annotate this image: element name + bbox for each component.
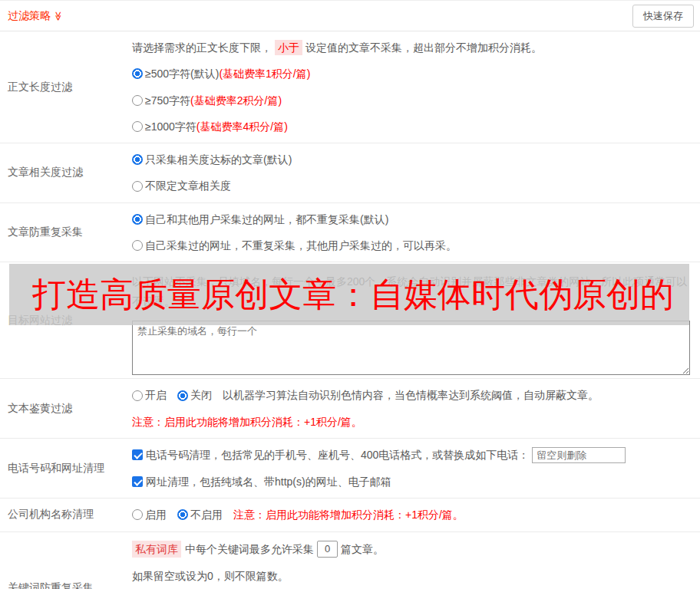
porn-filter-description: 以机器学习算法自动识别色情内容，当色情概率达到系统阈值，自动屏蔽文章。 [223,387,599,403]
desc-highlight: 小于 [275,40,302,55]
quick-save-button[interactable]: 快速保存 [632,5,694,28]
option-label: 开启 [145,387,167,403]
option-label: ≥500字符(默认) [145,66,219,81]
target-site-description: 以下网站不采集，只填域名，每行一个，最多200个。系统会自动识别并屏蔽那些非文章… [132,271,692,312]
length-filter-description: 请选择需求的正文长度下限， 小于 设定值的文章不采集，超出部分不增加积分消耗。 [132,40,692,55]
option-label: ≥1000字符 [145,119,196,134]
radio-unchecked-icon[interactable] [132,390,143,401]
relevance-option-strict[interactable]: 只采集相关度达标的文章(默认) [132,152,692,167]
desc-after: 设定值的文章不采集，超出部分不增加积分消耗。 [305,40,542,55]
company-clean-option-off[interactable]: 不启用 [177,507,223,522]
dedup-option-global[interactable]: 自己和其他用户采集过的网址，都不重复采集(默认) [132,212,692,227]
dedup-option-self[interactable]: 自己采集过的网址，不重复采集，其他用户采集过的，可以再采。 [132,238,692,253]
relevance-option-any[interactable]: 不限定文章相关度 [132,178,692,193]
row-dedup-collect: 文章防重复采集 自己和其他用户采集过的网址，都不重复采集(默认) 自己采集过的网… [0,203,700,263]
length-option-1000[interactable]: ≥1000字符 (基础费率4积分/篇) [132,119,692,134]
radio-unchecked-icon[interactable] [132,509,143,520]
option-label: 不启用 [190,507,223,522]
company-clean-cost-note: 注意：启用此功能将增加积分消耗：+1积分/篇。 [233,507,464,522]
radio-checked-icon[interactable] [132,68,143,79]
option-cost-note: (基础费率4积分/篇) [196,119,288,134]
option-label: 网址清理，包括纯域名、带http(s)的网址、电子邮箱 [146,474,391,489]
row-relevance-filter: 文章相关度过滤 只采集相关度达标的文章(默认) 不限定文章相关度 [0,143,700,203]
radio-unchecked-icon[interactable] [132,121,143,132]
radio-unchecked-icon[interactable] [132,95,143,106]
row-porn-filter: 文本鉴黄过滤 开启 关闭 以机器学习算法自动识别色情内容，当色情概率达到系统阈值… [0,379,700,439]
row-label-porn-filter: 文本鉴黄过滤 [0,379,132,438]
company-clean-option-on[interactable]: 启用 [132,507,167,522]
option-label: 电话号码清理，包括常见的手机号、座机号、400电话格式，或替换成如下电话： [146,447,529,462]
row-keyword-dedup: 关键词防重复采集 私有词库 中每个关键词最多允许采集 篇文章。 如果留空或设为0… [0,532,700,589]
length-option-500[interactable]: ≥500字符(默认) (基础费率1积分/篇) [132,66,692,81]
option-label: ≥750字符 [145,93,190,108]
radio-checked-icon[interactable] [177,509,188,520]
keyword-note-zero: 如果留空或设为0，则不限篇数。 [132,568,692,584]
keyword-limit-suffix: 篇文章。 [341,541,384,557]
row-length-filter: 正文长度过滤 请选择需求的正文长度下限， 小于 设定值的文章不采集，超出部分不增… [0,31,700,143]
row-target-site-filter: 目标网站过滤 以下网站不采集，只填域名，每行一个，最多200个。系统会自动识别并… [0,262,700,379]
option-label: 只采集相关度达标的文章(默认) [145,152,292,167]
desc-before: 请选择需求的正文长度下限， [132,40,272,55]
row-company-clean: 公司机构名称清理 启用 不启用 注意：启用此功能将增加积分消耗：+1积分/篇。 [0,499,700,531]
replacement-phone-input[interactable] [532,447,626,463]
checkbox-checked-icon[interactable] [132,476,143,487]
row-label-length-filter: 正文长度过滤 [0,31,132,143]
option-cost-note: (基础费率1积分/篇) [219,66,310,81]
private-lexicon-tag: 私有词库 [132,541,181,558]
radio-checked-icon[interactable] [132,154,143,165]
option-label: 启用 [145,507,167,522]
page-title[interactable]: 过滤策略 ≫ [8,9,64,23]
page-title-text: 过滤策略 [8,9,51,23]
phone-clean-option[interactable]: 电话号码清理，包括常见的手机号、座机号、400电话格式，或替换成如下电话： [132,447,692,463]
porn-filter-option-off[interactable]: 关闭 [177,387,212,403]
porn-filter-cost-note: 注意：启用此功能将增加积分消耗：+1积分/篇。 [132,414,692,429]
radio-checked-icon[interactable] [132,214,143,225]
porn-filter-option-on[interactable]: 开启 [132,387,167,403]
radio-checked-icon[interactable] [177,390,188,401]
keyword-limit-input[interactable] [317,541,338,558]
length-option-750[interactable]: ≥750字符 (基础费率2积分/篇) [132,93,692,108]
top-bar: 过滤策略 ≫ 快速保存 [0,0,700,31]
row-label-company-clean: 公司机构名称清理 [0,499,132,531]
row-label-relevance-filter: 文章相关度过滤 [0,143,132,202]
radio-unchecked-icon[interactable] [132,181,143,192]
radio-unchecked-icon[interactable] [132,240,143,251]
keyword-limit-text: 中每个关键词最多允许采集 [185,541,314,557]
row-label-keyword-dedup: 关键词防重复采集 [0,532,132,589]
row-label-dedup-collect: 文章防重复采集 [0,203,132,262]
row-label-phone-url-clean: 电话号码和网址清理 [0,439,132,498]
option-label: 关闭 [190,387,212,403]
checkbox-checked-icon[interactable] [132,449,143,460]
option-cost-note: (基础费率2积分/篇) [190,93,282,108]
option-label: 自己和其他用户采集过的网址，都不重复采集(默认) [145,212,388,227]
option-label: 不限定文章相关度 [145,178,231,193]
url-clean-option[interactable]: 网址清理，包括纯域名、带http(s)的网址、电子邮箱 [132,474,692,489]
double-chevron-down-icon: ≫ [54,11,63,21]
row-phone-url-clean: 电话号码和网址清理 电话号码清理，包括常见的手机号、座机号、400电话格式，或替… [0,439,700,499]
option-label: 自己采集过的网址，不重复采集，其他用户采集过的，可以再采。 [145,238,457,253]
row-label-target-site-filter: 目标网站过滤 [0,262,132,378]
blocked-domains-textarea[interactable] [132,321,690,375]
